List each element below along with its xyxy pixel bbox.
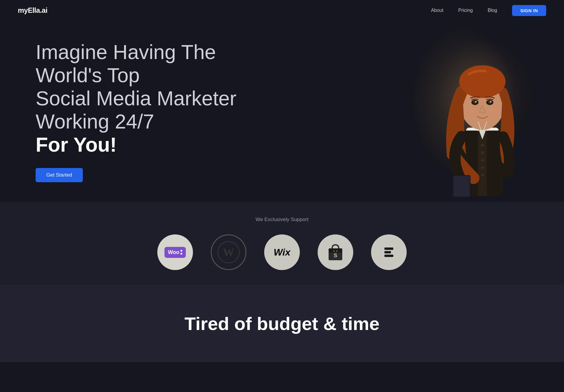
support-label: We Exclusively Support: [18, 217, 546, 223]
svg-rect-33: [384, 247, 393, 250]
svg-point-31: [333, 250, 335, 252]
svg-point-10: [481, 174, 484, 177]
wix-icon[interactable]: Wix: [264, 234, 300, 270]
support-icons-row: Woo W Wix: [18, 234, 546, 270]
hero-character-image: [401, 21, 564, 202]
hero-content: Imagine Having The World's Top Social Me…: [36, 40, 267, 182]
support-section: We Exclusively Support Woo W Wix: [0, 202, 564, 285]
nav-pricing[interactable]: Pricing: [458, 8, 473, 13]
svg-point-32: [336, 250, 338, 252]
svg-text:W: W: [223, 246, 234, 258]
nav-links: About Pricing Blog SIGN IN: [431, 5, 546, 16]
svg-point-7: [481, 151, 484, 154]
svg-point-6: [481, 144, 484, 147]
svg-point-21: [467, 107, 476, 113]
svg-point-22: [489, 107, 498, 113]
woocommerce-icon[interactable]: Woo: [157, 234, 193, 270]
svg-rect-34: [384, 251, 391, 253]
nav-about[interactable]: About: [431, 8, 443, 13]
svg-point-19: [475, 101, 477, 103]
character-svg: [423, 36, 542, 202]
hero-title-bold: For You!: [36, 133, 117, 156]
signin-button[interactable]: SIGN IN: [512, 5, 546, 16]
logo[interactable]: myElla.ai: [18, 6, 47, 15]
svg-rect-35: [384, 255, 393, 257]
elementor-icon[interactable]: [371, 234, 407, 270]
get-started-button[interactable]: Get Started: [36, 168, 83, 182]
svg-point-20: [490, 101, 492, 103]
svg-rect-5: [478, 131, 487, 196]
svg-text:S: S: [334, 253, 337, 258]
wordpress-icon[interactable]: W: [211, 234, 246, 270]
svg-point-9: [481, 166, 484, 169]
navbar: myElla.ai About Pricing Blog SIGN IN: [0, 0, 564, 21]
svg-rect-25: [454, 176, 470, 196]
hero-section: Imagine Having The World's Top Social Me…: [0, 21, 564, 202]
svg-rect-29: [329, 248, 342, 253]
hero-title: Imagine Having The World's Top Social Me…: [36, 40, 267, 156]
nav-blog[interactable]: Blog: [488, 8, 497, 13]
bottom-section: Tired of budget & time: [0, 285, 564, 362]
svg-point-8: [481, 159, 484, 162]
bottom-title: Tired of budget & time: [185, 313, 380, 334]
shopify-icon[interactable]: S: [318, 234, 353, 270]
